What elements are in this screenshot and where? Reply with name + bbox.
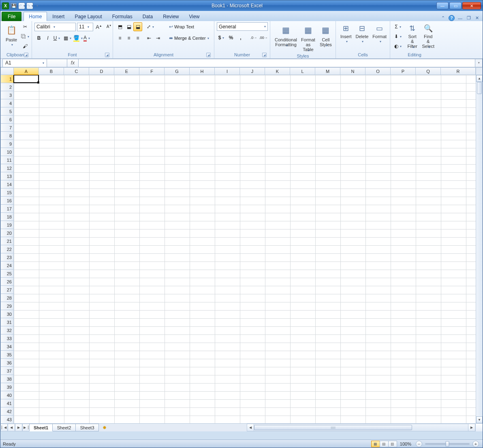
number-dialog-launcher[interactable]: ◢: [262, 53, 267, 57]
row-header-20[interactable]: 20: [0, 229, 14, 237]
insert-function-button[interactable]: fx: [67, 59, 79, 67]
select-all-button[interactable]: [0, 67, 14, 75]
excel-app-icon[interactable]: X: [2, 2, 9, 9]
sheet-tab-sheet2[interactable]: Sheet2: [52, 424, 76, 431]
decrease-font-button[interactable]: A▼: [105, 22, 113, 31]
row-header-40[interactable]: 40: [0, 391, 14, 399]
align-middle-button[interactable]: ⬓: [124, 22, 133, 31]
sheet-tab-sheet3[interactable]: Sheet3: [75, 424, 99, 431]
increase-indent-button[interactable]: ⇥: [154, 34, 162, 43]
italic-button[interactable]: I: [43, 34, 52, 43]
mdi-restore-button[interactable]: ❐: [466, 15, 472, 21]
row-header-42[interactable]: 42: [0, 407, 14, 416]
alignment-dialog-launcher[interactable]: ◢: [206, 53, 211, 57]
column-header-Q[interactable]: Q: [416, 67, 441, 75]
qat-customize-button[interactable]: ▾: [34, 2, 38, 9]
column-header-N[interactable]: N: [340, 67, 365, 75]
column-header-I[interactable]: I: [215, 67, 240, 75]
tab-data[interactable]: Data: [138, 12, 158, 21]
mdi-close-button[interactable]: ✕: [474, 15, 480, 21]
row-header-8[interactable]: 8: [0, 132, 14, 140]
minimize-ribbon-button[interactable]: ⌃: [440, 15, 446, 21]
wrap-text-button[interactable]: ↩Wrap Text: [166, 22, 212, 31]
column-header-O[interactable]: O: [365, 67, 391, 75]
merge-center-button[interactable]: ⬌Merge & Center▾: [166, 34, 212, 43]
close-button[interactable]: ✕: [462, 2, 481, 9]
row-header-26[interactable]: 26: [0, 278, 14, 286]
row-header-43[interactable]: 43: [0, 416, 14, 423]
row-header-10[interactable]: 10: [0, 148, 14, 156]
row-header-13[interactable]: 13: [0, 172, 14, 180]
copy-button[interactable]: ⿻▾: [21, 32, 30, 41]
font-name-combo[interactable]: Calibri▾: [34, 23, 76, 31]
zoom-percent[interactable]: 100%: [400, 442, 411, 446]
row-header-33[interactable]: 33: [0, 334, 14, 343]
row-header-6[interactable]: 6: [0, 116, 14, 124]
column-header-L[interactable]: L: [290, 67, 315, 75]
font-color-button[interactable]: A▾: [82, 34, 91, 43]
clipboard-dialog-launcher[interactable]: ◢: [24, 53, 28, 57]
align-top-button[interactable]: ⬒: [115, 22, 124, 31]
number-format-combo[interactable]: General▾: [217, 22, 268, 31]
align-left-button[interactable]: ≡: [115, 34, 124, 43]
font-dialog-launcher[interactable]: ◢: [105, 53, 109, 57]
cells-area[interactable]: [14, 75, 476, 423]
column-header-E[interactable]: E: [114, 67, 139, 75]
row-header-15[interactable]: 15: [0, 189, 14, 197]
column-header-M[interactable]: M: [315, 67, 340, 75]
help-button[interactable]: ?: [449, 15, 455, 21]
hscroll-thumb[interactable]: [254, 425, 412, 430]
maximize-button[interactable]: ▭: [449, 2, 462, 9]
first-sheet-button[interactable]: ▏◀: [0, 424, 8, 431]
row-header-1[interactable]: 1: [0, 75, 14, 83]
row-header-25[interactable]: 25: [0, 270, 14, 278]
column-header-J[interactable]: J: [240, 67, 265, 75]
row-header-21[interactable]: 21: [0, 237, 14, 245]
row-header-37[interactable]: 37: [0, 367, 14, 375]
column-header-D[interactable]: D: [89, 67, 114, 75]
clear-button[interactable]: ◐▾: [393, 42, 403, 51]
row-header-19[interactable]: 19: [0, 221, 14, 229]
selected-cell[interactable]: [13, 75, 39, 83]
align-bottom-button[interactable]: ⬓: [133, 22, 142, 31]
column-header-G[interactable]: G: [165, 67, 190, 75]
row-header-4[interactable]: 4: [0, 99, 14, 107]
bold-button[interactable]: B: [34, 34, 43, 43]
increase-font-button[interactable]: A▲: [94, 22, 103, 31]
column-header-B[interactable]: B: [39, 67, 64, 75]
tab-view[interactable]: View: [184, 12, 205, 21]
qat-undo-button[interactable]: ↶▾: [18, 2, 25, 9]
row-header-3[interactable]: 3: [0, 91, 14, 99]
scroll-left-button[interactable]: ◀: [247, 424, 254, 431]
cell-styles-button[interactable]: ▦Cell Styles▾: [317, 22, 334, 49]
column-header-F[interactable]: F: [139, 67, 165, 75]
underline-button[interactable]: U▾: [52, 34, 61, 43]
row-header-12[interactable]: 12: [0, 164, 14, 172]
sheet-tab-sheet1[interactable]: Sheet1: [29, 424, 53, 431]
row-header-11[interactable]: 11: [0, 156, 14, 164]
last-sheet-button[interactable]: ▶▕: [22, 424, 30, 431]
scroll-up-button[interactable]: ▲: [476, 75, 483, 82]
column-header-R[interactable]: R: [441, 67, 476, 75]
row-header-2[interactable]: 2: [0, 83, 14, 91]
orientation-button[interactable]: ⤢▾: [145, 22, 156, 31]
row-header-9[interactable]: 9: [0, 140, 14, 148]
row-header-27[interactable]: 27: [0, 286, 14, 294]
minimize-button[interactable]: —: [436, 2, 449, 9]
row-header-28[interactable]: 28: [0, 294, 14, 302]
column-header-C[interactable]: C: [64, 67, 89, 75]
format-cells-button[interactable]: ▭Format▾: [370, 22, 389, 45]
tab-page-layout[interactable]: Page Layout: [70, 12, 107, 21]
row-header-7[interactable]: 7: [0, 124, 14, 132]
decrease-decimal-button[interactable]: .00→: [259, 33, 268, 42]
row-header-5[interactable]: 5: [0, 107, 14, 116]
file-tab[interactable]: File: [2, 12, 21, 21]
row-header-17[interactable]: 17: [0, 205, 14, 213]
formula-input[interactable]: [79, 59, 475, 67]
font-size-combo[interactable]: 11▾: [77, 23, 93, 31]
accounting-format-button[interactable]: $▾: [217, 33, 226, 42]
tab-insert[interactable]: Insert: [47, 12, 69, 21]
decrease-indent-button[interactable]: ⇤: [145, 34, 154, 43]
row-header-29[interactable]: 29: [0, 302, 14, 310]
mdi-minimize-button[interactable]: —: [457, 15, 463, 21]
